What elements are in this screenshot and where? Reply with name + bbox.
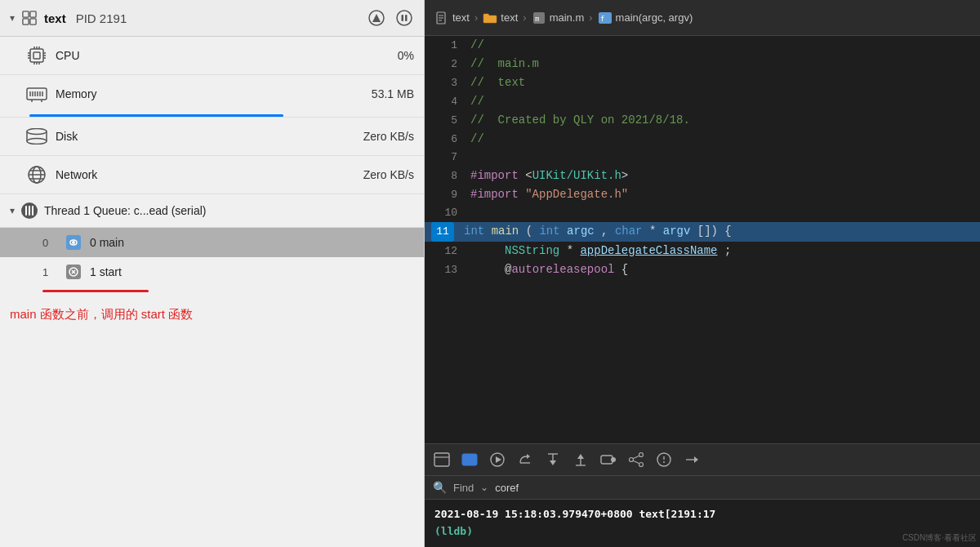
svg-point-33: [27, 129, 47, 135]
toolbar-arrow-icon[interactable]: [683, 451, 701, 469]
breadcrumb-file-icon: [434, 11, 449, 25]
cpu-value: 0%: [349, 49, 414, 62]
main-container: ▾ text PID 2191: [0, 0, 980, 547]
disk-value: Zero KB/s: [349, 130, 414, 143]
process-resume-button[interactable]: [367, 8, 386, 28]
toolbar-share-icon[interactable]: [627, 451, 645, 469]
toolbar-panel-icon[interactable]: [433, 451, 451, 469]
code-content-2: // main.m: [470, 55, 973, 73]
svg-line-75: [633, 461, 639, 465]
process-grid-icon: [21, 10, 38, 26]
svg-rect-3: [30, 19, 36, 24]
cpu-section: CPU 0%: [0, 37, 424, 75]
code-line-9: 9 #import "AppDelegate.h": [425, 185, 980, 204]
memory-section: Memory 53.1 MB: [0, 75, 424, 118]
thread-chevron[interactable]: ▾: [10, 205, 15, 216]
code-line-8: 8 #import <UIKit/UIKit.h>: [425, 167, 980, 185]
bottom-toolbar: [425, 443, 980, 476]
breadcrumb-text-3: main(argc, argv): [616, 11, 693, 24]
line-num-2: 2: [431, 56, 457, 73]
svg-point-78: [663, 461, 665, 463]
network-label: Network: [56, 168, 341, 181]
toolbar-step-over-button[interactable]: [516, 451, 534, 469]
line-num-13: 13: [431, 261, 457, 279]
console-search-label: Find: [453, 482, 474, 494]
svg-rect-0: [23, 11, 29, 17]
console-search-dropdown[interactable]: ⌄: [480, 482, 488, 493]
code-content-4: //: [470, 92, 973, 110]
console-prompt-line: (lldb): [434, 523, 970, 540]
svg-rect-43: [32, 206, 33, 216]
code-line-2: 2 // main.m: [425, 55, 980, 73]
breadcrumb-folder-icon: [483, 11, 497, 25]
toolbar-step-in-button[interactable]: [544, 451, 562, 469]
process-pid: PID 2191: [76, 11, 127, 25]
line-num-4: 4: [431, 93, 457, 111]
line-num-9: 9: [431, 186, 457, 204]
code-line-7: 7: [425, 149, 980, 167]
code-content-13: @autoreleasepool {: [470, 260, 973, 278]
code-content-6: //: [470, 130, 973, 148]
network-icon: [26, 164, 47, 185]
toolbar-step-out-button[interactable]: [572, 451, 590, 469]
svg-point-45: [72, 241, 75, 244]
process-chevron[interactable]: ▾: [10, 12, 15, 24]
cpu-icon: [26, 45, 47, 66]
memory-value: 53.1 MB: [349, 87, 414, 100]
code-line-5: 5 // Created by QLY on 2021/8/18.: [425, 111, 980, 130]
svg-rect-41: [25, 206, 27, 216]
disk-section: Disk Zero KB/s: [0, 118, 424, 156]
process-pause-button[interactable]: [394, 8, 414, 28]
line-num-1: 1: [431, 37, 457, 55]
svg-point-72: [630, 458, 634, 462]
memory-icon: [26, 83, 47, 105]
svg-point-70: [611, 457, 616, 462]
toolbar-blue-rect-icon[interactable]: [461, 451, 479, 469]
toolbar-continue-button[interactable]: [488, 451, 506, 469]
breadcrumb-item-2: m main.m: [532, 11, 585, 25]
breadcrumb-m-icon: m: [532, 11, 546, 25]
console-search-icon: 🔍: [433, 481, 447, 494]
code-line-12: 12 NSString * appDelegateClassName ;: [425, 242, 980, 260]
svg-marker-61: [527, 454, 530, 459]
memory-row: Memory 53.1 MB: [0, 75, 424, 113]
code-content-9: #import "AppDelegate.h": [470, 185, 973, 203]
stack-frame-0-label: 0 main: [90, 236, 124, 249]
thread-header: ▾ Thread 1 Queue: c...ead (serial): [0, 194, 424, 228]
line-num-11: 11: [431, 222, 454, 242]
breadcrumb-item-3: f main(argc, argv): [598, 11, 693, 25]
code-line-6: 6 //: [425, 130, 980, 149]
code-line-11[interactable]: 11 int main ( int argc , char * argv [])…: [425, 222, 980, 242]
disk-label: Disk: [56, 130, 341, 143]
svg-rect-42: [29, 206, 30, 216]
console-output: 2021-08-19 15:18:03.979470+0800 text[219…: [425, 500, 980, 547]
memory-label: Memory: [56, 87, 341, 100]
thread-icon: [21, 202, 38, 219]
network-section: Network Zero KB/s: [0, 156, 424, 194]
svg-rect-8: [405, 15, 408, 21]
svg-marker-80: [694, 456, 698, 463]
console-output-line-1: 2021-08-19 15:18:03.979470+0800 text[219…: [434, 506, 970, 523]
toolbar-breakpoint-icon[interactable]: [599, 451, 617, 469]
disk-icon: [26, 126, 47, 147]
code-content-11: int main ( int argc , char * argv []) {: [464, 222, 973, 240]
breadcrumb-text-2: main.m: [550, 11, 585, 24]
process-name: text: [44, 11, 66, 25]
svg-marker-60: [496, 456, 501, 463]
code-line-13: 13 @autoreleasepool {: [425, 260, 980, 279]
breadcrumb-sep-1: ›: [523, 11, 526, 24]
breadcrumb-text-0: text: [452, 11, 470, 24]
console-search-value[interactable]: coref: [495, 482, 519, 494]
svg-point-73: [639, 463, 644, 467]
network-row: Network Zero KB/s: [0, 156, 424, 193]
stack-frame-1[interactable]: 1 1 start: [0, 257, 424, 287]
stack-frame-0[interactable]: 0 0 main: [0, 228, 424, 257]
breadcrumb: text › text › m: [425, 0, 980, 36]
stack-frame-1-icon: [65, 264, 82, 280]
toolbar-debug-icon[interactable]: [655, 451, 673, 469]
stack-frame-1-label: 1 start: [90, 265, 122, 278]
line-num-6: 6: [431, 131, 457, 149]
svg-point-32: [27, 139, 47, 145]
code-content-5: // Created by QLY on 2021/8/18.: [470, 111, 973, 129]
line-num-8: 8: [431, 167, 457, 185]
